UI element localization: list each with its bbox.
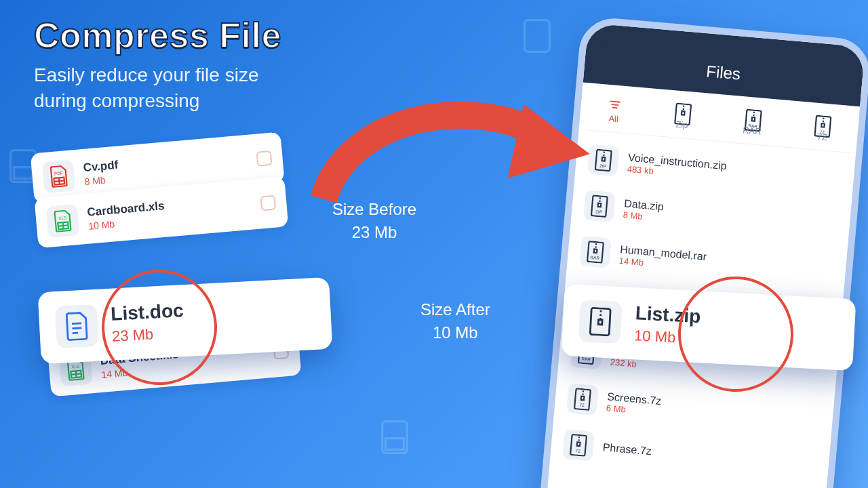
svg-rect-4 [525, 20, 550, 52]
7z-icon: 7Z [566, 383, 599, 415]
phone-title: Files [705, 62, 741, 83]
svg-rect-37 [822, 123, 825, 127]
7z-icon: 7Z [562, 429, 595, 462]
svg-line-29 [683, 106, 684, 112]
page-subtitle: Easily reduce your file size during comp… [34, 62, 281, 114]
file-name: List.zip [635, 302, 701, 327]
svg-line-25 [610, 101, 620, 102]
rar-icon: RAR [579, 236, 612, 268]
file-name: Phrase.7z [602, 441, 652, 458]
bg-deco-icon [522, 19, 552, 53]
svg-line-20 [76, 371, 77, 378]
svg-rect-49 [594, 249, 597, 253]
svg-line-36 [823, 118, 824, 124]
highlighted-result-file[interactable]: List.zip 10 Mb [561, 284, 856, 371]
size-after-label: Size After 10 Mb [420, 298, 490, 344]
file-name: List.doc [111, 300, 184, 325]
svg-rect-45 [598, 203, 601, 207]
svg-rect-33 [751, 117, 755, 121]
svg-line-40 [604, 152, 604, 158]
svg-line-48 [595, 243, 596, 249]
tab-label: RAR [743, 125, 762, 136]
checkbox[interactable] [197, 310, 217, 329]
tab-label: 7Z [816, 131, 827, 142]
svg-rect-2 [382, 422, 408, 453]
svg-line-56 [583, 390, 583, 396]
zip-icon [673, 102, 692, 119]
svg-text:7Z: 7Z [575, 448, 580, 453]
svg-line-32 [753, 112, 754, 118]
arrow-icon [302, 70, 593, 232]
tab-7z[interactable]: 7Z 7Z [810, 110, 835, 147]
tab-all[interactable]: All [603, 92, 626, 128]
zip-icon [578, 300, 623, 344]
svg-rect-61 [577, 442, 580, 446]
all-icon [607, 97, 623, 113]
svg-line-26 [611, 104, 618, 105]
pdf-icon: PDF [42, 159, 76, 193]
svg-line-23 [72, 328, 81, 329]
checkbox[interactable] [256, 150, 273, 167]
svg-text:PDF: PDF [54, 171, 63, 176]
svg-line-27 [612, 108, 617, 108]
svg-rect-30 [682, 111, 685, 115]
tab-rar[interactable]: RAR RAR [739, 104, 766, 141]
svg-text:XLS: XLS [58, 215, 67, 220]
tab-label: Zip [675, 119, 688, 131]
svg-text:RAR: RAR [590, 255, 599, 260]
svg-text:XLS: XLS [71, 364, 80, 369]
svg-line-8 [59, 178, 60, 184]
tab-zip[interactable]: Zip [669, 98, 695, 135]
svg-rect-57 [581, 396, 585, 401]
svg-rect-3 [386, 439, 404, 450]
svg-line-12 [63, 222, 64, 229]
svg-text:ZIP: ZIP [599, 163, 607, 169]
svg-text:ZIP: ZIP [595, 209, 603, 214]
svg-rect-1 [14, 167, 33, 179]
zip-icon: ZIP [587, 144, 620, 177]
tab-label: All [608, 113, 619, 124]
file-size: 23 Mb [111, 324, 185, 346]
file-size: 10 Mb [634, 327, 701, 348]
svg-rect-65 [598, 320, 602, 325]
svg-line-44 [599, 197, 600, 203]
bg-deco-icon [380, 420, 410, 454]
svg-line-22 [72, 323, 81, 324]
svg-text:7Z: 7Z [579, 402, 585, 407]
headline: Compress File Easily reduce your file si… [34, 15, 281, 114]
svg-rect-41 [602, 157, 606, 161]
checkbox[interactable] [260, 195, 276, 211]
xls-icon: XLS [46, 204, 80, 238]
svg-line-64 [600, 310, 601, 320]
rar-icon: RAR [743, 108, 763, 125]
doc-icon [55, 304, 99, 348]
svg-line-60 [578, 436, 579, 443]
7z-icon: 7Z [814, 115, 833, 131]
highlighted-source-file[interactable]: List.doc 23 Mb [38, 277, 333, 364]
page-title: Compress File [34, 15, 281, 56]
